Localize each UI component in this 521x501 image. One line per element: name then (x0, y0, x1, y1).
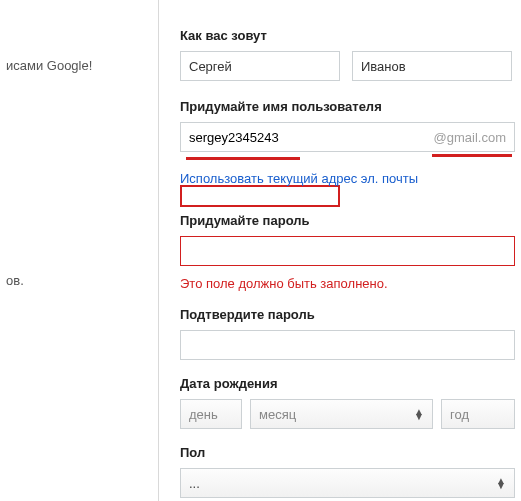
dob-label: Дата рождения (180, 376, 518, 391)
gender-value: ... (189, 476, 200, 491)
gender-label: Пол (180, 445, 518, 460)
first-name-input[interactable] (180, 51, 340, 81)
dob-day-select[interactable]: день (180, 399, 242, 429)
password-error: Это поле должно быть заполнено. (180, 276, 518, 291)
password-label: Придумайте пароль (180, 213, 518, 228)
dob-day-placeholder: день (189, 407, 218, 422)
dob-month-select[interactable]: месяц ▲▼ (250, 399, 433, 429)
password-input[interactable] (180, 236, 515, 266)
username-field[interactable]: @gmail.com (180, 122, 515, 152)
dob-year-select[interactable]: год (441, 399, 515, 429)
underline-marker-left (186, 157, 300, 160)
username-label: Придумайте имя пользователя (180, 99, 518, 114)
underline-marker-right (432, 154, 512, 157)
chevron-updown-icon: ▲▼ (414, 409, 424, 419)
username-input[interactable] (181, 123, 434, 151)
gender-select[interactable]: ... ▲▼ (180, 468, 515, 498)
username-domain: @gmail.com (434, 130, 514, 145)
confirm-password-input[interactable] (180, 330, 515, 360)
name-label: Как вас зовут (180, 28, 518, 43)
vertical-divider (158, 0, 159, 501)
sidebar-text-services: исами Google! (0, 58, 158, 73)
use-current-email-link[interactable]: Использовать текущий адрес эл. почты (180, 171, 418, 186)
last-name-input[interactable] (352, 51, 512, 81)
sidebar-text-fragment: ов. (0, 273, 158, 288)
chevron-updown-icon: ▲▼ (496, 478, 506, 488)
confirm-password-label: Подтвердите пароль (180, 307, 518, 322)
dob-month-placeholder: месяц (259, 407, 296, 422)
dob-year-placeholder: год (450, 407, 469, 422)
highlight-box (180, 185, 340, 207)
